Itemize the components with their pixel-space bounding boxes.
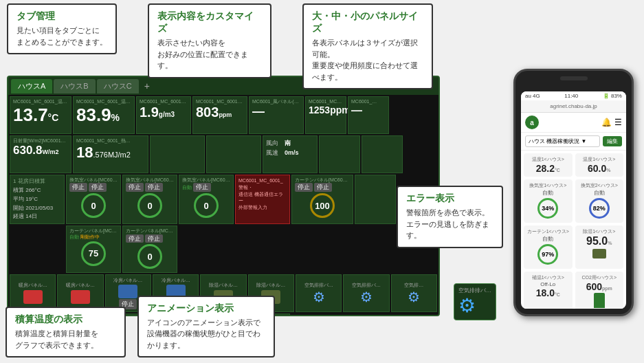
phone-card-supp: 補温1<ハウス> Off-Lo 18.0°C	[524, 272, 573, 309]
dehumid-small-icon	[592, 249, 606, 258]
dehumid1-label: 除湿パネル…	[209, 282, 238, 289]
panel-energy: MC6001_MC_6001_熱… 18.576MJ/m2	[73, 135, 148, 173]
panel-solar-label: 日射量[W/m2]MC6001…	[13, 138, 68, 144]
phone-mockup: au 4G 11:40 🔋 83% agrinet.chabu-da.jp a …	[513, 69, 634, 316]
callout-integral-title: 積算温度の表示	[15, 314, 116, 326]
panel-humidity-value: 1.9g/m3	[140, 104, 188, 120]
curtain1-circle: 100	[310, 193, 335, 218]
heater2-icon	[71, 290, 90, 304]
fan1-label: 空気排排バ…	[304, 282, 333, 289]
tab-house-c[interactable]: ハウスC	[97, 79, 139, 94]
fan3-icon: ⚙	[408, 289, 420, 305]
wind-dir-label: 風向 南 風速 0m/s	[266, 138, 314, 158]
panel-temp1: MC6001_MC_6001_温度1 13.7°C	[10, 96, 71, 134]
fan1-icon: ⚙	[313, 289, 325, 305]
panel-empty2	[206, 135, 261, 173]
panel-mc6001b-value: —	[351, 104, 386, 117]
phone-status-bar: au 4G 11:40 🔋 83%	[521, 91, 626, 100]
phone-carrier: au 4G	[525, 93, 540, 99]
bell-icon[interactable]: 🔔	[601, 118, 612, 127]
spacer4	[291, 226, 353, 273]
phone-card-co2-label: CO2用<ハウス>	[578, 274, 621, 281]
phone-controls: ハウス 機器稼働状況 ▼ 編集	[521, 133, 626, 151]
flower-calc-title: 1 花房日積算	[13, 177, 61, 185]
spacer2	[179, 226, 234, 273]
callout-customize-title: 表示内容をカスタマイズ	[157, 10, 262, 35]
phone-card-dehumid: 除湿1<ハウス> 95.0%	[575, 226, 624, 269]
callout-integral: 積算温度の表示 積算温度と積算日射量をグラフで表示できます。	[5, 307, 126, 358]
fan2-label: 空気排排バ…	[352, 282, 381, 289]
callout-error: エラー表示 警報箇所を赤色で表示。エラーの見逃しを防ぎます。	[397, 186, 503, 248]
dehumid2-label: 除湿パネル…	[256, 282, 285, 289]
panel-vent2: 換気室パネル[MC6001_…停止 停止 0	[122, 175, 177, 224]
phone-app-header: a 🔔 ☰	[521, 113, 626, 133]
callout-size-title: 大・中・小のパネルサイズ	[312, 10, 423, 35]
heater1-label: 暖房パネル…	[19, 282, 47, 289]
panel-temp1-value: 13.7°C	[13, 104, 68, 126]
tab-add[interactable]: +	[140, 78, 154, 94]
phone-card-vent2-label: 換気室2<ハウス>	[578, 182, 621, 189]
curtain3-circle: 0	[137, 244, 162, 269]
callout-customize: 表示内容をカスタマイズ 表示させたい内容をお好みの位置に配置できます。	[148, 3, 271, 78]
panel-mc6001-value: 1253ppm	[309, 104, 343, 116]
heater1-icon	[23, 290, 43, 304]
spacer1	[10, 226, 65, 273]
phone-card-hum1-value: 60.0%	[578, 163, 621, 174]
panel-co2-label: MC6001_MC_6001_CO-	[196, 99, 244, 104]
fan3-label: 空気排…	[404, 282, 423, 289]
panel-solar: 日射量[W/m2]MC6001… 630.8W/m2	[10, 135, 71, 173]
callout-error-title: エラー表示	[406, 192, 493, 205]
panel-mc6001b-label: MC6001_…	[351, 99, 386, 104]
panel-humidity-label: MC6001_MC_6001_乾燥1	[140, 99, 188, 104]
panel-co2-value: 803ppm	[196, 104, 244, 120]
panel-wind-label: MC6001_風パネル(…	[252, 99, 300, 104]
vent2-circle: 0	[137, 193, 162, 218]
callout-customize-body: 表示させたい内容をお好みの位置に配置できます。	[157, 37, 262, 72]
callout-tab: タブ管理 見たい項目をタブごとにまとめることができます。	[7, 3, 117, 54]
phone-vent2-auto: 自動	[578, 189, 621, 197]
phone-card-curtain-label: カーテン1<ハウス>	[526, 228, 570, 235]
panel-vent1-label: 換気室パネル[MC6001_…停止 停止	[69, 177, 118, 192]
phone-vent1-auto: 自動	[526, 189, 570, 197]
panel-mc6001b: MC6001_… —	[348, 96, 389, 134]
animation-badge-label: 空気排排バ…	[458, 287, 491, 294]
animation-badge-icon: ⚙	[458, 294, 476, 317]
phone-card-temp1-label: 温度1<ハウス>	[526, 156, 570, 163]
panel-temp2-value: 83.9%	[76, 104, 131, 126]
panel-vent3-label: 換気室パネル[MC6001_…自動 停止	[182, 177, 230, 192]
panel-wind: MC6001_風パネル(… —	[249, 96, 304, 134]
panel-curtain2-label: カーテンパネル[MC6001…自動 剛動作中	[69, 228, 118, 240]
cooler1-label: 冷房パネル…	[113, 277, 142, 284]
animation-badge: 空気排排バ… ⚙	[454, 283, 496, 320]
phone-battery: 🔋 83%	[603, 93, 622, 99]
phone-card-co2-value: 600ppm	[578, 281, 621, 292]
tab-house-b[interactable]: ハウスB	[54, 79, 95, 94]
phone-house-select[interactable]: ハウス 機器稼働状況 ▼	[525, 135, 600, 147]
callout-tab-body: 見たい項目をタブごとにまとめることができます。	[16, 25, 107, 47]
phone-card-co2: CO2用<ハウス> 600ppm	[575, 272, 624, 309]
panel-humidity: MC6001_MC_6001_乾燥1 1.9g/m3	[136, 96, 191, 134]
tab-house-a[interactable]: ハウスA	[11, 79, 52, 94]
co2-bottle-icon	[594, 293, 605, 308]
callout-size-body: 各表示パネルは３サイズが選択可能。重要度や使用頻度に合わせて選べます。	[312, 37, 423, 82]
phone-curtain-circle: 97%	[537, 244, 558, 265]
panel-fan2: 空気排排バ… ⚙	[343, 274, 389, 312]
phone-time: 11:40	[564, 93, 578, 99]
vent3-circle: 0	[194, 193, 219, 218]
panel-mc6001: MC6001_MC_6001_CO- 1253ppm	[305, 96, 346, 134]
panel-curtain3: カーテンパネル[MC6001…停止 停止 0	[122, 226, 177, 273]
phone-card-hum1-label: 温度1<ハウス>	[578, 156, 621, 163]
panel-mc6001-label: MC6001_MC_6001_CO-	[309, 99, 343, 104]
panel-empty3	[319, 135, 360, 173]
phone-card-curtain: カーテン1<ハウス> 自動 97%	[524, 226, 573, 269]
phone-supp-offlo: Off-Lo	[526, 281, 570, 287]
heater2-label: 暖房パネル…	[66, 282, 95, 289]
phone-screen: au 4G 11:40 🔋 83% agrinet.chabu-da.jp a …	[521, 91, 626, 309]
phone-edit-button[interactable]: 編集	[603, 136, 622, 146]
curtain2-circle: 75	[81, 241, 106, 266]
panel-flower-calc: 1 花房日積算 積算 266°C平均 19°C開始 2021/05/03経過 1…	[10, 175, 65, 224]
phone-card-temp1-value: 28.2°C	[526, 163, 570, 174]
callout-size: 大・中・小のパネルサイズ 各表示パネルは３サイズが選択可能。重要度や使用頻度に合…	[302, 3, 433, 89]
callout-animation: アニメーション表示 アイコンのアニメーション表示で設備機器の稼働状態がひと目でわ…	[137, 296, 275, 358]
menu-icon[interactable]: ☰	[614, 118, 622, 127]
